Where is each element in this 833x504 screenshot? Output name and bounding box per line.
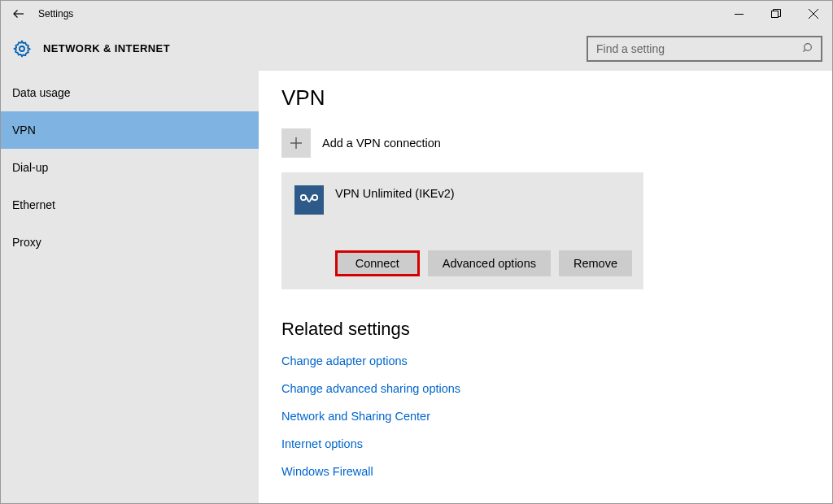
sidebar-item-ethernet[interactable]: Ethernet (1, 186, 259, 224)
link-change-advanced-sharing[interactable]: Change advanced sharing options (281, 382, 832, 395)
close-icon (809, 9, 818, 19)
link-change-adapter-options[interactable]: Change adapter options (281, 354, 832, 367)
link-internet-options[interactable]: Internet options (281, 437, 832, 450)
window-title: Settings (38, 8, 73, 20)
sidebar: Data usage VPN Dial-up Ethernet Proxy (1, 71, 259, 503)
svg-point-5 (20, 46, 24, 51)
vpn-icon (299, 192, 320, 208)
sidebar-item-data-usage[interactable]: Data usage (1, 74, 259, 111)
back-button[interactable] (1, 1, 37, 27)
connect-button[interactable]: Connect (335, 250, 420, 276)
remove-button[interactable]: Remove (559, 250, 632, 276)
minimize-icon (735, 10, 744, 19)
window-controls (720, 1, 832, 27)
vpn-connection-card[interactable]: VPN Unlimited (IKEv2) Connect Advanced o… (281, 172, 643, 289)
vpn-connection-name: VPN Unlimited (IKEv2) (335, 185, 455, 200)
settings-window: Settings NETWORK & INTERNET (0, 0, 833, 504)
sidebar-item-label: Dial-up (12, 161, 48, 174)
minimize-button[interactable] (720, 1, 757, 27)
close-button[interactable] (795, 1, 832, 27)
maximize-button[interactable] (757, 1, 795, 27)
svg-rect-2 (772, 11, 778, 18)
plus-tile (281, 128, 311, 158)
sidebar-item-proxy[interactable]: Proxy (1, 224, 259, 261)
search-input[interactable] (587, 36, 822, 62)
link-windows-firewall[interactable]: Windows Firewall (281, 465, 832, 478)
main-content: VPN Add a VPN connection VPN Unlimited (… (259, 71, 832, 503)
sidebar-item-vpn[interactable]: VPN (1, 111, 259, 149)
maximize-icon (771, 9, 781, 19)
sidebar-item-label: Proxy (12, 236, 41, 249)
search-icon (802, 41, 815, 54)
sidebar-item-dial-up[interactable]: Dial-up (1, 149, 259, 186)
section-title: NETWORK & INTERNET (43, 42, 170, 54)
body: Data usage VPN Dial-up Ethernet Proxy VP… (1, 71, 832, 503)
search-container (587, 36, 822, 62)
vpn-card-header: VPN Unlimited (IKEv2) (294, 185, 632, 215)
sidebar-item-label: Data usage (12, 86, 71, 99)
svg-point-11 (312, 195, 317, 200)
plus-icon (289, 136, 303, 150)
advanced-options-button[interactable]: Advanced options (428, 250, 551, 276)
sidebar-item-label: VPN (12, 124, 36, 137)
gear-icon (12, 39, 32, 59)
page-title: VPN (281, 85, 832, 111)
vpn-actions: Connect Advanced options Remove (294, 250, 632, 276)
arrow-left-icon (11, 7, 26, 21)
add-vpn-row[interactable]: Add a VPN connection (281, 128, 832, 158)
add-vpn-label: Add a VPN connection (322, 137, 441, 150)
vpn-icon-tile (294, 185, 324, 215)
sidebar-item-label: Ethernet (12, 198, 55, 211)
titlebar: Settings (1, 1, 832, 27)
svg-line-7 (803, 50, 805, 52)
header: NETWORK & INTERNET (1, 27, 832, 71)
link-network-sharing-center[interactable]: Network and Sharing Center (281, 410, 832, 423)
svg-point-10 (301, 195, 306, 200)
related-settings-title: Related settings (281, 319, 832, 340)
